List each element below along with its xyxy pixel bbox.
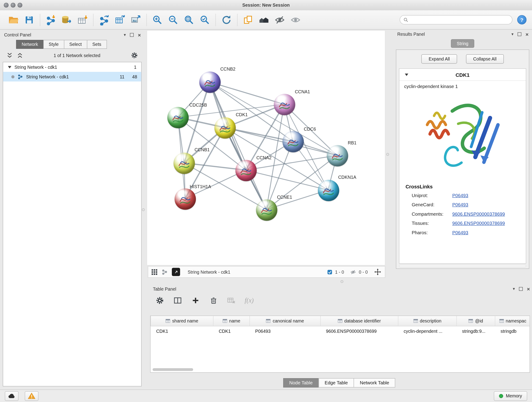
- table-panel-close-icon[interactable]: ×: [527, 286, 530, 292]
- tab-node-table[interactable]: Node Table: [283, 378, 319, 388]
- crosslink-link[interactable]: 9606.ENSP00000378699: [452, 221, 505, 226]
- edge-CCNB2-CCNE1[interactable]: [210, 82, 266, 210]
- results-panel-collapse-icon[interactable]: ▾: [511, 32, 513, 36]
- network-collection-row[interactable]: String Network - cdk1 1: [3, 62, 141, 72]
- help-button[interactable]: ?: [517, 15, 527, 25]
- network-overview-icon[interactable]: [162, 269, 168, 275]
- edge-CDK1-RB1[interactable]: [225, 128, 337, 155]
- network-node-CDC25B[interactable]: [167, 107, 189, 128]
- table-horizontal-scrollbar[interactable]: [152, 368, 528, 371]
- collapse-all-chevrons-icon[interactable]: [6, 52, 13, 59]
- tab-style[interactable]: Style: [43, 40, 64, 49]
- tree-expand-icon[interactable]: [8, 66, 12, 68]
- results-scrollbar[interactable]: [399, 264, 526, 268]
- minimize-window-button[interactable]: [11, 3, 16, 7]
- clone-documents-button[interactable]: [242, 13, 255, 26]
- network-node-CDKN1A[interactable]: [318, 180, 339, 201]
- close-window-button[interactable]: [4, 3, 9, 7]
- save-session-button[interactable]: [23, 13, 36, 26]
- crosslink-link[interactable]: P06493: [452, 230, 468, 235]
- network-node-HIST1H1A[interactable]: [175, 188, 196, 210]
- scrollbar-thumb[interactable]: [152, 368, 193, 371]
- column-header-shared-name[interactable]: shared name: [151, 316, 213, 326]
- network-node-CCNB2[interactable]: [199, 71, 221, 93]
- tab-sets[interactable]: Sets: [87, 40, 107, 49]
- tab-edge-table[interactable]: Edge Table: [318, 378, 354, 388]
- search-input[interactable]: [410, 17, 509, 23]
- import-table-from-file-button[interactable]: [76, 13, 89, 26]
- tab-network[interactable]: Network: [16, 40, 44, 49]
- tab-string[interactable]: String: [451, 39, 474, 48]
- search-box[interactable]: [400, 15, 513, 25]
- zoom-selected-button[interactable]: [198, 13, 211, 26]
- column-header-description[interactable]: description: [398, 316, 457, 326]
- zoom-in-button[interactable]: [151, 13, 164, 26]
- gear-icon[interactable]: [131, 51, 138, 59]
- tab-network-table[interactable]: Network Table: [354, 378, 395, 388]
- expand-all-chevrons-icon[interactable]: [17, 52, 23, 59]
- network-node-CCNA2[interactable]: [235, 160, 257, 181]
- network-node-CDK1[interactable]: [215, 117, 236, 139]
- cell[interactable]: stringdb: [495, 326, 530, 336]
- crosslink-link[interactable]: 9606.ENSP00000378699: [452, 211, 505, 217]
- cell[interactable]: stringdb:9...: [457, 326, 495, 336]
- table-panel-collapse-icon[interactable]: ▾: [513, 287, 515, 291]
- network-node-CDC6[interactable]: [283, 131, 304, 153]
- show-columns-button[interactable]: [172, 294, 184, 307]
- cell[interactable]: P06493: [250, 326, 321, 336]
- open-session-button[interactable]: [7, 13, 20, 26]
- birds-eye-grid-icon[interactable]: [152, 269, 158, 275]
- column-header--id[interactable]: @id: [457, 316, 495, 326]
- network-view-canvas[interactable]: CCNB2CCNA1CDC25BCDK1CDC6RB1CCNB1CCNA2CDK…: [147, 30, 385, 265]
- left-splitter-handle[interactable]: [142, 208, 145, 211]
- detach-view-button[interactable]: [172, 268, 180, 276]
- hide-selected-button[interactable]: [273, 13, 286, 26]
- control-panel-close-icon[interactable]: ×: [138, 32, 141, 37]
- apply-layout-button[interactable]: [258, 13, 271, 26]
- network-node-RB1[interactable]: [327, 145, 348, 166]
- tab-select[interactable]: Select: [64, 40, 87, 49]
- network-node-CCNB1[interactable]: [174, 153, 195, 174]
- network-row-selected[interactable]: String Network - cdk1 11 48: [3, 72, 141, 82]
- table-row[interactable]: CDK1CDK1P064939606.ENSP00000378699cyclin…: [151, 326, 530, 336]
- refresh-view-button[interactable]: [220, 13, 233, 26]
- node-table[interactable]: shared namenamecanonical namedatabase id…: [150, 316, 530, 373]
- clear-table-button[interactable]: [225, 294, 238, 307]
- import-network-from-file-button[interactable]: [44, 13, 57, 26]
- edge-CCNB2-CCNA1[interactable]: [210, 82, 284, 104]
- column-header-namespac[interactable]: namespac: [495, 316, 530, 326]
- network-node-CCNA1[interactable]: [274, 94, 295, 115]
- crosslink-link[interactable]: P06493: [452, 202, 468, 207]
- column-header-canonical-name[interactable]: canonical name: [250, 316, 321, 326]
- pan-crosshair-icon[interactable]: [374, 268, 381, 276]
- delete-column-button[interactable]: [207, 294, 220, 307]
- column-header-database-identifier[interactable]: database identifier: [321, 316, 398, 326]
- zoom-out-button[interactable]: [167, 13, 180, 26]
- cloud-button[interactable]: [5, 391, 19, 401]
- horizontal-splitter-handle[interactable]: [341, 280, 343, 283]
- results-panel-close-icon[interactable]: ×: [526, 32, 529, 37]
- function-builder-button[interactable]: f(x): [243, 294, 255, 307]
- network-node-CCNE1[interactable]: [256, 199, 278, 221]
- collapse-all-button[interactable]: Collapse All: [466, 54, 504, 64]
- control-panel-collapse-icon[interactable]: ▾: [124, 33, 126, 37]
- zoom-window-button[interactable]: [18, 3, 22, 7]
- table-panel-float-icon[interactable]: [519, 287, 523, 291]
- expand-all-button[interactable]: Expand All: [421, 54, 457, 64]
- control-panel-float-icon[interactable]: [130, 33, 134, 37]
- cell[interactable]: CDK1: [151, 326, 213, 336]
- cell[interactable]: CDK1: [213, 326, 250, 336]
- zoom-fit-button[interactable]: [183, 13, 196, 26]
- cell[interactable]: cyclin-dependent ...: [398, 326, 457, 336]
- right-splitter-handle[interactable]: [386, 153, 389, 156]
- create-column-button[interactable]: [190, 294, 202, 307]
- crosslink-link[interactable]: P06493: [452, 193, 468, 198]
- show-all-button[interactable]: [289, 13, 302, 26]
- section-expand-icon[interactable]: [405, 73, 408, 76]
- export-image-button[interactable]: [129, 13, 142, 26]
- cdk1-section-header[interactable]: CDK1: [399, 69, 526, 81]
- results-panel-float-icon[interactable]: [518, 32, 521, 36]
- warning-button[interactable]: [25, 391, 38, 401]
- column-header-name[interactable]: name: [213, 316, 250, 326]
- table-options-button[interactable]: [154, 294, 166, 307]
